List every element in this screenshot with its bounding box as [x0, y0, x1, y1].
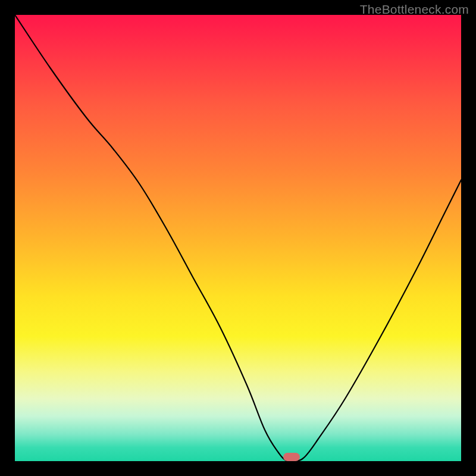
bottleneck-curve: [15, 15, 461, 461]
curve-svg: [15, 15, 461, 461]
optimal-marker: [283, 453, 300, 461]
chart-frame: TheBottleneck.com: [0, 0, 476, 476]
plot-area: [15, 15, 461, 461]
watermark-text: TheBottleneck.com: [360, 2, 469, 17]
